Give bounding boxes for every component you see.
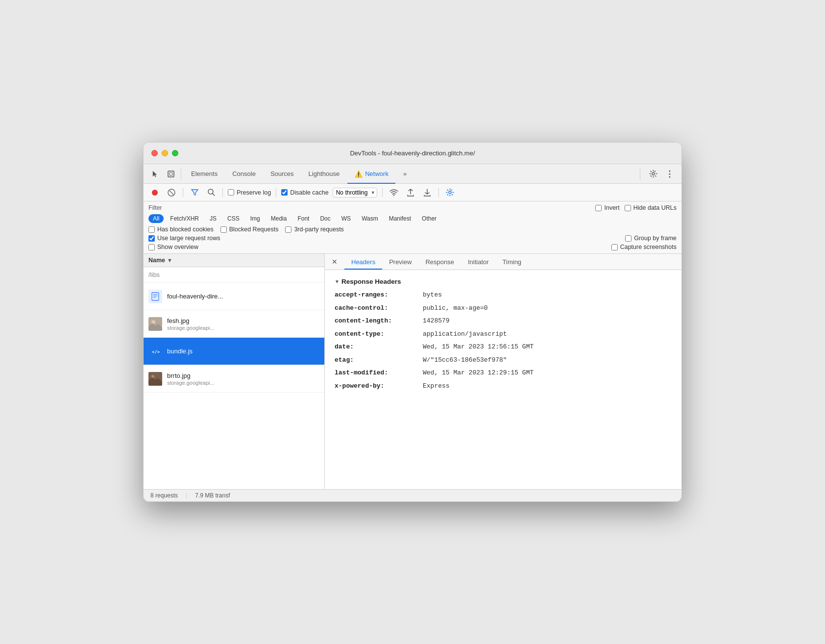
svg-text:</>: </> [152,349,160,354]
more-icon[interactable] [663,167,677,181]
svg-point-3 [669,170,671,172]
file-list: Name ▼ /libs foul-heavenly-dire [144,254,325,489]
svg-rect-1 [170,173,172,175]
svg-point-6 [152,190,158,196]
list-item[interactable]: fesh.jpg storage.googleapi... [144,310,324,338]
preserve-log-label[interactable]: Preserve log [228,189,271,196]
header-value: Express [423,381,450,391]
blocked-requests-label[interactable]: Blocked Requests [220,226,279,233]
cursor-icon[interactable] [148,167,162,181]
show-overview-label[interactable]: Show overview [148,244,198,250]
settings2-icon[interactable] [444,186,457,199]
tab-timing[interactable]: Timing [496,254,529,270]
throttle-select[interactable]: No throttling [333,188,377,198]
use-large-rows-checkbox[interactable] [148,235,155,242]
tab-preview[interactable]: Preview [382,254,418,270]
close-button[interactable] [151,150,158,156]
toolbar-separator-1 [181,169,181,179]
filter-chip-js[interactable]: JS [205,214,221,223]
svg-point-12 [449,191,451,194]
hide-data-urls-label[interactable]: Hide data URLs [625,204,677,211]
filter-row-5: Show overview Capture screenshots [148,244,677,250]
svg-point-2 [652,173,655,175]
tab-network[interactable]: ⚠️ Network [347,164,395,184]
toolbar-left-icons [148,167,178,181]
list-item[interactable]: foul-heavenly-dire... [144,283,324,310]
download-icon[interactable] [421,186,434,199]
svg-rect-0 [168,171,174,177]
filter-chip-manifest[interactable]: Manifest [385,214,415,223]
filter-chip-doc[interactable]: Doc [315,214,335,223]
blocked-requests-checkbox[interactable] [220,226,227,233]
tab-response[interactable]: Response [418,254,461,270]
tab-more[interactable]: » [396,164,413,184]
network-warning-icon: ⚠️ [354,170,363,178]
preserve-log-checkbox[interactable] [228,189,234,196]
list-item[interactable]: brrto.jpg storage.googleapi... [144,365,324,393]
upload-icon[interactable] [404,186,417,199]
invert-label[interactable]: Invert [595,204,619,211]
filter-chip-css[interactable]: CSS [223,214,244,223]
window-controls [151,150,178,156]
libs-label: /libs [148,271,160,278]
disable-cache-label[interactable]: Disable cache [281,189,329,196]
filter-chip-fetchxhr[interactable]: Fetch/XHR [166,214,203,223]
tab-sources[interactable]: Sources [264,164,301,184]
clear-button[interactable] [165,186,178,199]
invert-checkbox[interactable] [595,205,602,211]
minimize-button[interactable] [162,150,168,156]
js-file-icon: </> [148,345,162,358]
filter-chip-all[interactable]: All [148,214,164,223]
filter-row-1: Filter Invert Hide data URLs [148,204,677,211]
filter-chip-wasm[interactable]: Wasm [357,214,383,223]
filter-chip-ws[interactable]: WS [337,214,355,223]
file-info: brrto.jpg storage.googleapi... [167,372,319,386]
inspect-icon[interactable] [164,167,178,181]
filter-chip-font[interactable]: Font [293,214,314,223]
transferred-size: 7.9 MB transf [195,492,230,499]
third-party-checkbox[interactable] [285,226,291,233]
detail-content: Response Headers accept-ranges: bytes ca… [325,270,681,402]
tab-headers[interactable]: Headers [344,254,382,270]
filter-chip-img[interactable]: Img [246,214,265,223]
disable-cache-checkbox[interactable] [281,189,288,196]
search-icon[interactable] [205,186,218,199]
main-content: Name ▼ /libs foul-heavenly-dire [144,254,681,489]
header-row: date: Wed, 15 Mar 2023 12:56:15 GMT [335,342,672,352]
sort-arrow-icon[interactable]: ▼ [167,257,172,263]
tab-elements[interactable]: Elements [184,164,224,184]
record-button[interactable] [148,186,161,199]
tab-initiator[interactable]: Initiator [461,254,496,270]
wifi-icon[interactable] [388,186,400,199]
show-overview-checkbox[interactable] [148,244,155,250]
devtools-window: DevTools - foul-heavenly-direction.glitc… [143,142,682,502]
has-blocked-cookies-checkbox[interactable] [148,226,155,233]
close-detail-button[interactable]: ✕ [330,254,340,270]
has-blocked-cookies-label[interactable]: Has blocked cookies [148,226,214,233]
list-item[interactable]: /libs [144,267,324,283]
hide-data-urls-checkbox[interactable] [625,205,631,211]
tab-console[interactable]: Console [225,164,263,184]
maximize-button[interactable] [172,150,178,156]
settings-icon[interactable] [646,167,660,181]
svg-point-11 [393,195,394,196]
svg-point-5 [669,176,671,177]
titlebar: DevTools - foul-heavenly-direction.glitc… [144,143,681,164]
filter-bar: Filter Invert Hide data URLs All Fetch/X… [144,201,681,254]
group-by-frame-checkbox[interactable] [625,235,631,242]
header-row: cache-control: public, max-age=0 [335,303,672,313]
img-file-icon [148,317,162,331]
group-by-frame-label[interactable]: Group by frame [625,235,677,242]
tab-lighthouse[interactable]: Lighthouse [302,164,347,184]
filter-icon[interactable] [188,186,201,199]
filter-chip-other[interactable]: Other [417,214,441,223]
header-value: W/"15cc63-186e53ef978" [423,355,507,365]
capture-screenshots-label[interactable]: Capture screenshots [611,244,677,250]
capture-screenshots-checkbox[interactable] [611,244,618,250]
filter-chip-media[interactable]: Media [267,214,291,223]
third-party-label[interactable]: 3rd-party requests [285,226,343,233]
list-item[interactable]: </> bundle.js [144,338,324,365]
use-large-rows-label[interactable]: Use large request rows [148,235,220,242]
filter-row-4: Use large request rows Group by frame [148,235,677,242]
throttle-wrapper: No throttling ▼ [333,188,377,198]
